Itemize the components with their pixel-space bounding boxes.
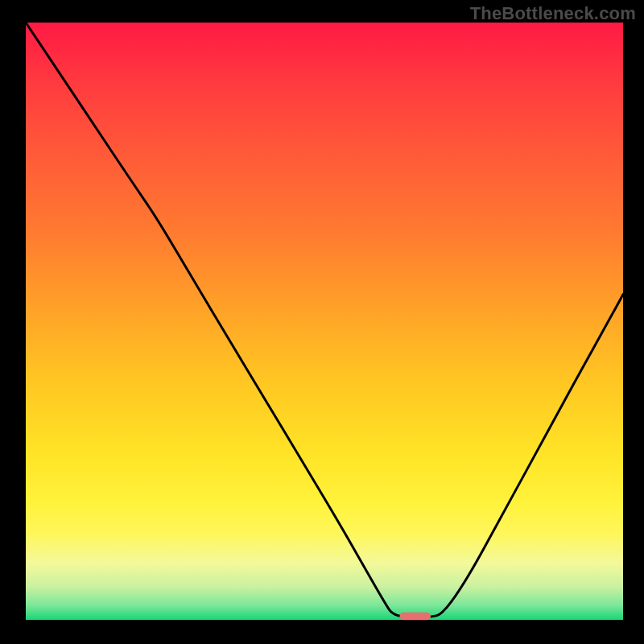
gradient-background (26, 23, 623, 620)
chart-frame: { "watermark": "TheBottleneck.com", "plo… (0, 0, 644, 644)
watermark-text: TheBottleneck.com (470, 3, 636, 24)
optimal-marker (400, 613, 431, 621)
bottleneck-chart (0, 0, 644, 644)
